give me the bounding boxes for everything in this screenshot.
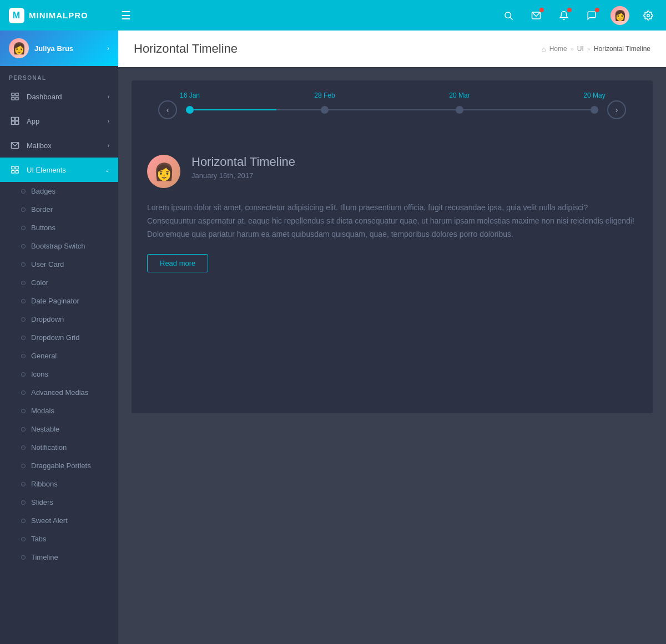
sub-dot	[21, 189, 26, 194]
mailbox-icon	[9, 139, 21, 151]
svg-rect-4	[12, 93, 14, 96]
sidebar-sub-general[interactable]: General	[0, 347, 118, 365]
breadcrumb-sep2: »	[587, 45, 591, 52]
avatar[interactable]: 👩	[610, 6, 629, 25]
sidebar-item-app[interactable]: App ›	[0, 109, 118, 133]
content-area: Horizontal Timeline ⌂ Home » UI » Horizo…	[118, 31, 666, 644]
sidebar-sub-user-card[interactable]: User Card	[0, 255, 118, 273]
timeline-point-1[interactable]: 16 Jan	[186, 106, 194, 114]
timeline-points: 16 Jan 28 Feb 20 Mar	[186, 106, 598, 114]
timeline-dot-4[interactable]	[591, 106, 598, 114]
svg-point-3	[647, 14, 650, 17]
logo-icon: M	[9, 8, 24, 23]
settings-button[interactable]	[639, 7, 657, 24]
sidebar-sub-tabs[interactable]: Tabs	[0, 530, 118, 548]
breadcrumb-home: Home	[549, 45, 567, 53]
timeline-dot-2[interactable]	[321, 106, 329, 114]
sidebar-sub-timeline[interactable]: Timeline	[0, 548, 118, 566]
sidebar-item-dashboard[interactable]: Dashboard ›	[0, 84, 118, 109]
timeline-content-area: 👩 Horizontal Timeline January 16th, 2017…	[147, 146, 637, 281]
main-layout: 👩 Juliya Brus › PERSONAL Dashboard › App…	[0, 31, 666, 644]
sidebar-mailbox-label: Mailbox	[27, 141, 108, 150]
sidebar-user-chevron: ›	[107, 44, 109, 52]
timeline-dot-3[interactable]	[456, 106, 463, 114]
sidebar-sub-badges[interactable]: Badges	[0, 182, 118, 200]
timeline-entry-meta: Horizontal Timeline January 16th, 2017	[191, 155, 637, 180]
sidebar-sub-buttons[interactable]: Buttons	[0, 219, 118, 237]
sub-dot	[21, 391, 26, 395]
timeline-track-container: ‹ 16 Jan 28 Feb	[147, 96, 637, 124]
hamburger-button[interactable]: ☰	[121, 9, 131, 22]
sub-dot	[21, 226, 26, 230]
timeline-entry-body: Lorem ipsum dolor sit amet, consectetur …	[147, 201, 637, 241]
read-more-button[interactable]: Read more	[147, 254, 208, 272]
svg-rect-6	[12, 97, 14, 100]
timeline-entry-avatar: 👩	[147, 155, 180, 188]
sub-dot	[21, 207, 26, 212]
svg-line-1	[510, 17, 512, 19]
timeline-entry-title: Horizontal Timeline	[191, 155, 637, 169]
sidebar-sub-advanced-medias[interactable]: Advanced Medias	[0, 383, 118, 402]
app-icon	[9, 115, 21, 127]
sidebar-sub-dropdown[interactable]: Dropdown	[0, 310, 118, 328]
sidebar-item-mailbox[interactable]: Mailbox ›	[0, 133, 118, 158]
sidebar-sub-sliders[interactable]: Sliders	[0, 493, 118, 511]
svg-point-0	[505, 12, 511, 18]
sidebar-sub-nestable[interactable]: Nestable	[0, 420, 118, 438]
sidebar-sub-date-paginator[interactable]: Date Paginator	[0, 292, 118, 310]
sidebar-sub-sweet-alert[interactable]: Sweet Alert	[0, 511, 118, 530]
sidebar-sub-modals[interactable]: Modals	[0, 402, 118, 420]
sidebar-sub-border[interactable]: Border	[0, 200, 118, 219]
svg-rect-14	[16, 166, 18, 169]
timeline-point-3[interactable]: 20 Mar	[456, 106, 463, 114]
notifications-button[interactable]	[555, 7, 573, 24]
app-chevron: ›	[108, 118, 109, 124]
sub-dot	[21, 555, 26, 560]
page-title: Horizontal Timeline	[134, 42, 238, 56]
timeline-dot-1[interactable]	[186, 106, 194, 114]
timeline-card: ‹ 16 Jan 28 Feb	[132, 80, 653, 413]
mail-button[interactable]	[527, 7, 545, 24]
sidebar-sub-ribbons[interactable]: Ribbons	[0, 475, 118, 493]
sidebar-user-avatar: 👩	[9, 38, 29, 58]
timeline-point-2[interactable]: 28 Feb	[321, 106, 329, 114]
logo-text: MINIMALPRO	[29, 11, 88, 20]
sub-dot	[21, 281, 26, 285]
sidebar-section-personal: PERSONAL	[0, 66, 118, 84]
sidebar-sub-icons[interactable]: Icons	[0, 365, 118, 383]
sidebar-sub-color[interactable]: Color	[0, 273, 118, 292]
timeline-entry: 👩 Horizontal Timeline January 16th, 2017	[147, 155, 637, 188]
sub-dot	[21, 372, 26, 377]
topbar: M MINIMALPRO ☰ 👩	[0, 0, 666, 31]
sidebar-sub-bootstrap-switch[interactable]: Bootstrap Switch	[0, 237, 118, 255]
notification-badge	[567, 8, 572, 12]
sub-dot	[21, 244, 26, 249]
timeline-point-4[interactable]: 20 May	[591, 106, 598, 114]
sidebar-user-name: Juliya Brus	[34, 44, 107, 53]
dashboard-icon	[9, 90, 21, 103]
sidebar-ui-elements-label: UI Elements	[27, 166, 105, 174]
mailbox-chevron: ›	[108, 143, 109, 149]
timeline-prev-button[interactable]: ‹	[158, 100, 177, 119]
sub-dot	[21, 500, 26, 505]
sidebar-sub-draggable-portlets[interactable]: Draggable Portlets	[0, 457, 118, 475]
svg-rect-13	[12, 166, 14, 169]
timeline-next-button[interactable]: ›	[607, 100, 626, 119]
messages-badge	[595, 8, 599, 12]
search-button[interactable]	[500, 7, 517, 24]
sub-dot	[21, 482, 26, 486]
sub-dot	[21, 354, 26, 358]
breadcrumb-current: Horizontal Timeline	[594, 45, 650, 53]
sidebar-item-ui-elements[interactable]: UI Elements ⌄	[0, 158, 118, 182]
sidebar-sub-dropdown-grid[interactable]: Dropdown Grid	[0, 328, 118, 347]
sidebar-dashboard-label: Dashboard	[27, 93, 108, 101]
sub-dot	[21, 445, 26, 450]
sub-dot	[21, 262, 26, 267]
sub-dot	[21, 299, 26, 303]
timeline-label-3: 20 Mar	[449, 92, 470, 99]
ui-elements-icon	[9, 164, 21, 176]
sidebar-app-label: App	[27, 117, 108, 125]
messages-button[interactable]	[583, 7, 601, 24]
sidebar-user[interactable]: 👩 Juliya Brus ›	[0, 31, 118, 66]
sidebar-sub-notification[interactable]: Notification	[0, 438, 118, 457]
